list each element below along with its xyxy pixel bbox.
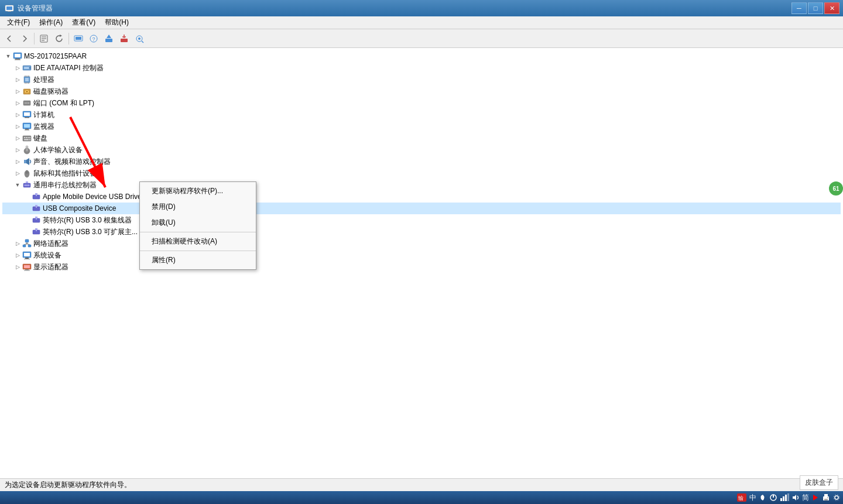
window-controls[interactable]: ─ □ ✕ [791, 2, 839, 14]
svg-text:输: 输 [738, 495, 743, 501]
svg-rect-22 [15, 59, 20, 60]
back-button[interactable] [2, 32, 16, 46]
properties-button[interactable] [37, 32, 51, 46]
svg-rect-95 [24, 270, 30, 271]
hid-expand[interactable]: ▷ [13, 145, 22, 155]
computer-expand[interactable]: ▷ [13, 110, 22, 119]
ide-icon [22, 63, 32, 73]
print-icon [822, 493, 830, 502]
taskbar-jian[interactable]: 简 [802, 493, 809, 503]
help-button[interactable]: ? [87, 32, 101, 46]
menu-file[interactable]: 文件(F) [2, 16, 35, 29]
computer2-icon [22, 110, 32, 119]
menu-view[interactable]: 查看(V) [67, 16, 100, 29]
intel-usb1-expand [22, 215, 32, 225]
taskbar-settings[interactable] [832, 493, 841, 502]
ctx-disable[interactable]: 禁用(D) [140, 199, 256, 215]
tree-item-port[interactable]: ▷ 端口 (COM 和 LPT) [2, 97, 841, 109]
skin-popup[interactable]: 皮肤盒子 [800, 475, 838, 490]
show-device-button[interactable] [71, 32, 85, 46]
svg-rect-1 [6, 6, 12, 10]
close-button[interactable]: ✕ [824, 2, 839, 14]
display-icon [22, 262, 32, 272]
network-label: 网络适配器 [33, 239, 68, 249]
tree-item-usb-hub[interactable]: ▼ 通用串行总线控制器 [2, 179, 841, 191]
mouse-expand[interactable]: ▷ [13, 169, 22, 178]
ime-icon: 输 [736, 492, 747, 503]
tree-item-monitor[interactable]: ▷ 监视器 [2, 121, 841, 132]
keyboard-expand[interactable]: ▷ [13, 133, 22, 143]
ctx-properties[interactable]: 属性(R) [140, 252, 256, 268]
forward-button[interactable] [18, 32, 32, 46]
tree-item-apple-usb[interactable]: Apple Mobile Device USB Driver [2, 191, 841, 203]
apple-usb-expand [22, 192, 32, 201]
taskbar-media[interactable] [811, 493, 820, 502]
system-expand[interactable]: ▷ [13, 251, 22, 260]
taskbar-zh[interactable]: 中 [749, 493, 756, 503]
cpu-expand[interactable]: ▷ [13, 75, 22, 84]
taskbar-moon[interactable] [759, 493, 767, 502]
root-label: MS-20170215PAAR [24, 52, 87, 60]
usb-hub-expand[interactable]: ▼ [13, 180, 22, 190]
svg-rect-56 [29, 139, 30, 140]
svg-rect-94 [25, 269, 29, 270]
app-icon [5, 4, 14, 13]
tree-item-intel-usb1[interactable]: 英特尔(R) USB 3.0 根集线器 [2, 214, 841, 226]
usb-hub-label: 通用串行总线控制器 [33, 180, 97, 190]
tree-item-audio[interactable]: ▷ 声音、视频和游戏控制器 [2, 156, 841, 167]
svg-point-19 [138, 37, 140, 40]
svg-point-111 [827, 497, 828, 498]
maximize-button[interactable]: □ [808, 2, 823, 14]
ide-expand[interactable]: ▷ [13, 63, 22, 73]
tree-item-hid[interactable]: ▷ 人体学输入设备 [2, 144, 841, 156]
svg-rect-53 [29, 137, 30, 138]
monitor-expand[interactable]: ▷ [13, 122, 22, 131]
taskbar-ime[interactable]: 输 [736, 492, 747, 503]
taskbar-power[interactable] [769, 493, 777, 502]
audio-expand[interactable]: ▷ [13, 157, 22, 166]
network-icon [22, 239, 32, 248]
display-expand[interactable]: ▷ [13, 262, 22, 272]
svg-rect-75 [36, 205, 37, 208]
tree-item-cpu[interactable]: ▷ 处理器 [2, 74, 841, 85]
monitor-label: 监视器 [33, 122, 54, 132]
tree-item-ide[interactable]: ▷ IDE ATA/ATAPI 控制器 [2, 62, 841, 74]
tree-item-keyboard[interactable]: ▷ 键盘 [2, 132, 841, 144]
network-expand[interactable]: ▷ [13, 239, 22, 248]
tree-item-disk[interactable]: ▷ 磁盘驱动器 [2, 85, 841, 97]
tree-item-network[interactable]: ▷ 网络适配器 [2, 238, 841, 249]
svg-rect-105 [787, 493, 789, 501]
apple-usb-icon [32, 192, 41, 201]
menu-action[interactable]: 操作(A) [35, 16, 67, 29]
taskbar-print[interactable] [822, 493, 830, 502]
port-expand[interactable]: ▷ [13, 98, 22, 108]
hid-label: 人体学输入设备 [33, 145, 83, 155]
tree-item-mouse[interactable]: ▷ 鼠标和其他指针设备 [2, 167, 841, 179]
root-expand[interactable]: ▼ [4, 52, 13, 61]
scan-button[interactable] [132, 32, 146, 46]
tree-item-intel-usb2[interactable]: 英特尔(R) USB 3.0 可扩展主... [2, 226, 841, 238]
refresh-button[interactable] [52, 32, 66, 46]
computer-label: 计算机 [33, 110, 54, 120]
tree-item-display[interactable]: ▷ 显示适配器 [2, 261, 841, 273]
ctx-uninstall[interactable]: 卸载(U) [140, 215, 256, 231]
ctx-update-driver[interactable]: 更新驱动程序软件(P)... [140, 183, 256, 199]
tree-root[interactable]: ▼ MS-20170215PAAR [2, 50, 841, 62]
taskbar-network[interactable] [780, 493, 789, 502]
svg-rect-84 [28, 245, 31, 247]
svg-rect-28 [25, 78, 29, 81]
svg-rect-82 [25, 239, 29, 242]
menu-help[interactable]: 帮助(H) [100, 16, 133, 29]
svg-rect-9 [76, 37, 81, 40]
taskbar-sound[interactable] [791, 493, 800, 502]
tree-item-usb-composite[interactable]: USB Composite Device [2, 203, 841, 214]
ctx-scan-hardware[interactable]: 扫描检测硬件改动(A) [140, 234, 256, 249]
tree-item-computer[interactable]: ▷ 计算机 [2, 109, 841, 121]
system-icon [22, 251, 32, 260]
uninstall-button[interactable] [117, 32, 131, 46]
disk-expand[interactable]: ▷ [13, 87, 22, 96]
update-driver-button[interactable] [102, 32, 116, 46]
scan-icon [135, 34, 144, 43]
tree-item-system[interactable]: ▷ 系统设备 [2, 249, 841, 261]
minimize-button[interactable]: ─ [791, 2, 807, 14]
